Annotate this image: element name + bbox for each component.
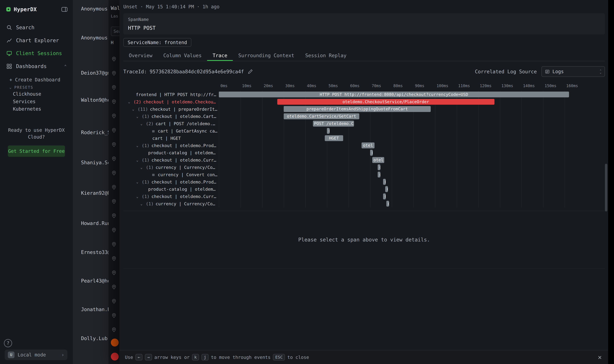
- session-list-item[interactable]: Jonathan.B: [81, 307, 108, 312]
- vertical-scrollbar[interactable]: [605, 164, 607, 211]
- location-pin-icon[interactable]: [111, 170, 117, 175]
- location-pin-icon[interactable]: [111, 85, 117, 90]
- span-tree-row[interactable]: ▤currency | Convert convers…: [123, 171, 218, 178]
- location-pin-icon[interactable]: [111, 312, 117, 318]
- tab-overview[interactable]: Overview: [123, 51, 158, 61]
- create-dashboard-button[interactable]: + Create Dashboard: [0, 73, 73, 84]
- chevron-down-icon[interactable]: ⌄: [136, 180, 142, 184]
- span-tree-row[interactable]: frontend | HTTP POST http://frontend:…: [123, 91, 218, 98]
- span-duration-bar[interactable]: otel: [372, 157, 384, 163]
- event-avatar-icon[interactable]: [111, 338, 119, 346]
- tab-trace[interactable]: Trace: [207, 51, 233, 61]
- span-duration-bar[interactable]: oteldemo.CartService/GetCart: [284, 113, 359, 119]
- chevron-down-icon[interactable]: ⌄: [140, 202, 146, 206]
- span-duration-bar[interactable]: oteldemo.CheckoutService/PlaceOrder: [277, 99, 495, 105]
- chevron-down-icon[interactable]: ⌄: [140, 165, 146, 169]
- location-pin-icon[interactable]: [111, 255, 117, 261]
- span-tree-row[interactable]: ⌄(1)currency | Currency/Convert: [123, 164, 218, 171]
- span-tree-row[interactable]: ⌄(11)checkout | prepareOrderItemsAnd…: [123, 105, 218, 113]
- log-source-select[interactable]: Logs ⌃⌄: [541, 66, 605, 77]
- span-duration-bar[interactable]: prepareOrderItemsAndShippingQuoteFromCar…: [284, 106, 431, 112]
- chevron-down-icon[interactable]: ⌄: [132, 107, 138, 111]
- session-list-item[interactable]: Deion37@gm: [81, 70, 108, 76]
- span-tree-row[interactable]: product-catalog | oteldemo.Prod…: [123, 149, 218, 156]
- session-list-item[interactable]: Anonymous: [81, 35, 107, 40]
- span-duration-bar[interactable]: (: [383, 194, 386, 199]
- location-pin-icon[interactable]: [111, 298, 117, 304]
- location-pin-icon[interactable]: [111, 99, 117, 104]
- sidebar-collapse-icon[interactable]: [62, 7, 67, 12]
- location-pin-icon[interactable]: [111, 270, 117, 275]
- span-tree-row[interactable]: ⌄(1)checkout | oteldemo.CurrencySe…: [123, 193, 218, 200]
- chevron-down-icon[interactable]: ⌄: [136, 114, 142, 118]
- preset-item-services[interactable]: Services: [0, 98, 73, 105]
- sidebar-item-dashboards[interactable]: Dashboards ⌃: [0, 60, 73, 73]
- location-pin-icon[interactable]: [111, 241, 117, 247]
- chevron-up-icon[interactable]: ⌃: [64, 64, 67, 68]
- location-pin-icon[interactable]: [111, 70, 117, 76]
- span-tree-row[interactable]: cart | HGET: [123, 135, 218, 142]
- span-tree-row[interactable]: ⌄(1)checkout | oteldemo.CartServic…: [123, 113, 218, 120]
- session-list-item[interactable]: Shaniya.Sc: [81, 160, 108, 165]
- span-duration-bar[interactable]: (: [370, 150, 373, 156]
- location-pin-icon[interactable]: [111, 56, 117, 62]
- span-tree-row[interactable]: ▤cart | GetCartAsync called…: [123, 127, 218, 135]
- location-pin-icon[interactable]: [111, 198, 117, 204]
- location-pin-icon[interactable]: [111, 184, 117, 190]
- chevron-down-icon[interactable]: ⌄: [136, 158, 142, 162]
- sidebar-item-search[interactable]: Search: [0, 21, 73, 34]
- location-pin-icon[interactable]: [111, 127, 117, 133]
- location-pin-icon[interactable]: [111, 213, 117, 218]
- preset-item-clickhouse[interactable]: Clickhouse: [0, 90, 73, 98]
- preset-item-kubernetes[interactable]: Kubernetes: [0, 105, 73, 113]
- session-list-item[interactable]: Kieran92@h: [81, 190, 108, 196]
- span-tree-row[interactable]: product-catalog | oteldemo.Prod…: [123, 186, 218, 193]
- session-list-item[interactable]: Walton9@ho: [81, 97, 108, 103]
- chevron-down-icon[interactable]: ⌄: [128, 100, 133, 104]
- edit-trace-id-button[interactable]: [248, 69, 253, 74]
- chevron-down-icon[interactable]: ⌄: [136, 195, 142, 199]
- span-duration-bar[interactable]: (: [378, 164, 380, 170]
- span-tree-row[interactable]: ⌄(1)currency | Currency/Convert: [123, 200, 218, 208]
- session-list-item[interactable]: Pearl43@ho: [81, 278, 108, 284]
- session-list-item[interactable]: Dolly.Lub: [81, 336, 107, 341]
- sidebar-item-client-sessions[interactable]: Client Sessions: [0, 47, 73, 60]
- chevron-down-icon[interactable]: ⌄: [136, 143, 142, 148]
- span-duration-bar[interactable]: HTTP POST http://frontend:8080/api/check…: [219, 91, 569, 97]
- span-tree-row[interactable]: ⌄(1)checkout | oteldemo.CurrencySe…: [123, 156, 218, 164]
- location-pin-icon[interactable]: [111, 327, 117, 332]
- span-duration-bar[interactable]: POST /oteldemo.Cart: [313, 121, 354, 127]
- session-list-item[interactable]: Anonymous: [81, 6, 107, 12]
- get-started-button[interactable]: Get Started for Free: [8, 145, 65, 157]
- tab-surrounding-context[interactable]: Surrounding Context: [233, 51, 300, 61]
- chevron-down-icon[interactable]: ⌄: [140, 122, 146, 126]
- location-pin-icon[interactable]: [111, 156, 117, 161]
- span-duration-bar[interactable]: otel: [362, 143, 375, 148]
- span-tree-row[interactable]: ⌄(2)checkout | oteldemo.CheckoutServic…: [123, 98, 218, 105]
- session-list-item[interactable]: Roderick_S: [81, 130, 108, 135]
- event-avatar-icon[interactable]: [111, 353, 119, 361]
- session-list-item[interactable]: Ernesto33@: [81, 249, 108, 255]
- help-button[interactable]: ?: [4, 339, 12, 347]
- span-duration-bar[interactable]: (: [386, 201, 389, 207]
- presets-section-toggle[interactable]: ⌄ PRESETS: [0, 84, 73, 90]
- span-tree-row[interactable]: ⌄(1)checkout | oteldemo.ProductCat…: [123, 178, 218, 186]
- span-tree-row[interactable]: ⌄(2)cart | POST /oteldemo.CartSe…: [123, 120, 218, 127]
- location-pin-icon[interactable]: [111, 284, 117, 290]
- tab-session-replay[interactable]: Session Replay: [300, 51, 352, 61]
- location-pin-icon[interactable]: [111, 227, 117, 233]
- location-pin-icon[interactable]: [111, 142, 117, 147]
- span-duration-bar[interactable]: (: [378, 172, 380, 178]
- span-duration-bar[interactable]: HGET: [325, 135, 343, 141]
- tab-column-values[interactable]: Column Values: [158, 51, 207, 61]
- local-mode-menu[interactable]: U Local mode ›: [5, 350, 67, 360]
- span-tree-row[interactable]: ⌄(1)checkout | oteldemo.ProductCat…: [123, 142, 218, 149]
- search-input[interactable]: Sea: [111, 26, 119, 36]
- sidebar-item-chart-explorer[interactable]: Chart Explorer: [0, 34, 73, 47]
- session-list-item[interactable]: Howard.Run: [81, 221, 108, 226]
- span-duration-bar[interactable]: (: [327, 128, 329, 134]
- span-duration-bar[interactable]: (: [385, 186, 388, 192]
- close-icon[interactable]: ×: [598, 353, 602, 361]
- service-name-tag[interactable]: ServiceName: frontend: [123, 38, 191, 47]
- span-duration-bar[interactable]: (: [383, 179, 386, 185]
